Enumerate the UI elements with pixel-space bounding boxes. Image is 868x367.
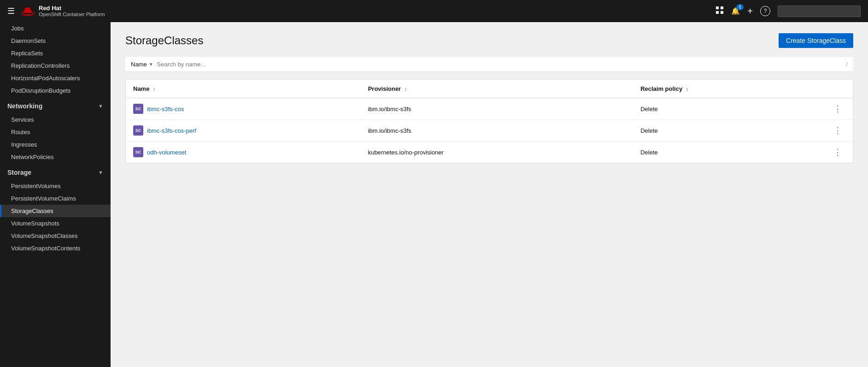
filter-name-chevron-icon: ▼ (149, 62, 153, 67)
cell-reclaim-1: Delete (633, 120, 822, 142)
table-row: SC ibmc-s3fs-cos ibm.io/ibmc-s3fs Delete… (126, 98, 853, 120)
svg-rect-3 (716, 6, 719, 9)
svg-rect-4 (721, 6, 723, 9)
cell-provisioner-1: ibm.io/ibmc-s3fs (361, 120, 633, 142)
cell-actions-1: ⋮ (822, 120, 853, 142)
top-navigation: ☰ Red Hat OpenShift Container Platform 🔔… (0, 0, 868, 22)
cell-name-1: SC ibmc-s3fs-cos-perf (126, 120, 361, 142)
main-content: StorageClasses Create StorageClass Name … (111, 22, 868, 367)
sidebar-item-replicationcontrollers[interactable]: ReplicationControllers (0, 59, 111, 72)
sidebar-item-hpa[interactable]: HorizontalPodAutoscalers (0, 72, 111, 84)
filter-name-label: Name (131, 61, 147, 68)
topnav-left: ☰ Red Hat OpenShift Container Platform (7, 5, 105, 18)
table-row: SC ibmc-s3fs-cos-perf ibm.io/ibmc-s3fs D… (126, 120, 853, 142)
help-icon[interactable]: ? (760, 6, 770, 16)
col-provisioner: Provisioner ↕ (361, 80, 633, 98)
row-actions-button-0[interactable]: ⋮ (830, 104, 845, 114)
table-row: SC odh-volumeset kubernetes.io/no-provis… (126, 142, 853, 163)
networking-section-header[interactable]: Networking ▼ (0, 97, 111, 113)
sc-badge-2: SC (133, 147, 143, 157)
page-title: StorageClasses (125, 34, 203, 47)
sidebar-item-routes[interactable]: Routes (0, 126, 111, 138)
sidebar-item-daemonsets[interactable]: DaemonSets (0, 35, 111, 47)
brand-platform: OpenShift Container Platform (39, 12, 105, 18)
cell-reclaim-0: Delete (633, 98, 822, 120)
storage-section-label: Storage (7, 169, 31, 176)
global-search-input[interactable] (778, 6, 861, 17)
svg-rect-6 (721, 11, 723, 14)
sidebar-item-pdb[interactable]: PodDisruptionBudgets (0, 84, 111, 97)
sidebar-item-persistentvolumes[interactable]: PersistentVolumes (0, 180, 111, 192)
sidebar-item-services[interactable]: Services (0, 113, 111, 126)
topnav-right: 🔔 6 + ? (716, 6, 861, 17)
main-layout: Jobs DaemonSets ReplicaSets ReplicationC… (0, 22, 868, 367)
row-actions-button-1[interactable]: ⋮ (830, 125, 845, 136)
cell-name-0: SC ibmc-s3fs-cos (126, 98, 361, 120)
sidebar-item-persistentvolumeclaims[interactable]: PersistentVolumeClaims (0, 192, 111, 205)
networking-section-label: Networking (7, 102, 42, 110)
cell-provisioner-0: ibm.io/ibmc-s3fs (361, 98, 633, 120)
brand-text: Red Hat OpenShift Container Platform (39, 5, 105, 18)
sidebar-item-jobs[interactable]: Jobs (0, 22, 111, 35)
sc-link-0[interactable]: ibmc-s3fs-cos (147, 106, 184, 112)
alerts-badge: 6 (736, 4, 744, 10)
sort-name-icon[interactable]: ↕ (153, 86, 156, 92)
sidebar: Jobs DaemonSets ReplicaSets ReplicationC… (0, 22, 111, 367)
storageclasses-table: Name ↕ Provisioner ↕ Reclaim policy ↕ (125, 79, 853, 163)
create-storageclass-button[interactable]: Create StorageClass (779, 33, 853, 48)
filter-name-button[interactable]: Name ▼ (131, 61, 153, 68)
hamburger-icon[interactable]: ☰ (7, 6, 15, 16)
col-reclaim: Reclaim policy ↕ (633, 80, 822, 98)
filter-row: Name ▼ / (125, 57, 853, 72)
storage-chevron-icon: ▼ (98, 170, 103, 175)
cell-actions-2: ⋮ (822, 142, 853, 163)
cell-provisioner-2: kubernetes.io/no-provisioner (361, 142, 633, 163)
brand: Red Hat OpenShift Container Platform (20, 5, 105, 18)
sort-provisioner-icon[interactable]: ↕ (405, 86, 407, 92)
cell-name-2: SC odh-volumeset (126, 142, 361, 163)
svg-point-1 (25, 7, 31, 10)
alerts-icon[interactable]: 🔔 6 (731, 7, 740, 15)
sidebar-item-networkpolicies[interactable]: NetworkPolicies (0, 151, 111, 163)
col-name: Name ↕ (126, 80, 361, 98)
sidebar-item-replicasets[interactable]: ReplicaSets (0, 47, 111, 59)
svg-rect-2 (22, 13, 34, 14)
sidebar-item-volumesnapshots[interactable]: VolumeSnapshots (0, 217, 111, 230)
filter-search-input[interactable] (157, 61, 843, 68)
cell-actions-0: ⋮ (822, 98, 853, 120)
add-icon[interactable]: + (747, 6, 753, 17)
svg-rect-5 (716, 11, 719, 14)
sc-badge-0: SC (133, 104, 143, 114)
sc-link-1[interactable]: ibmc-s3fs-cos-perf (147, 127, 196, 134)
col-actions (822, 80, 853, 98)
sidebar-item-storageclasses[interactable]: StorageClasses (0, 205, 111, 217)
sc-badge-1: SC (133, 125, 143, 136)
page-header: StorageClasses Create StorageClass (125, 33, 853, 48)
sort-reclaim-icon[interactable]: ↕ (686, 86, 689, 92)
filter-slash: / (846, 61, 848, 68)
sidebar-item-volumesnapshotcontents[interactable]: VolumeSnapshotContents (0, 242, 111, 255)
table-header-row: Name ↕ Provisioner ↕ Reclaim policy ↕ (126, 80, 853, 98)
sc-link-2[interactable]: odh-volumeset (147, 149, 186, 156)
sidebar-item-volumesnapshotclasses[interactable]: VolumeSnapshotClasses (0, 230, 111, 242)
networking-chevron-icon: ▼ (98, 103, 103, 109)
brand-redhat: Red Hat (39, 5, 105, 12)
sidebar-item-ingresses[interactable]: Ingresses (0, 138, 111, 151)
row-actions-button-2[interactable]: ⋮ (830, 147, 845, 157)
grid-icon[interactable] (716, 6, 724, 16)
redhat-logo-icon (20, 6, 35, 17)
cell-reclaim-2: Delete (633, 142, 822, 163)
storage-section-header[interactable]: Storage ▼ (0, 163, 111, 180)
